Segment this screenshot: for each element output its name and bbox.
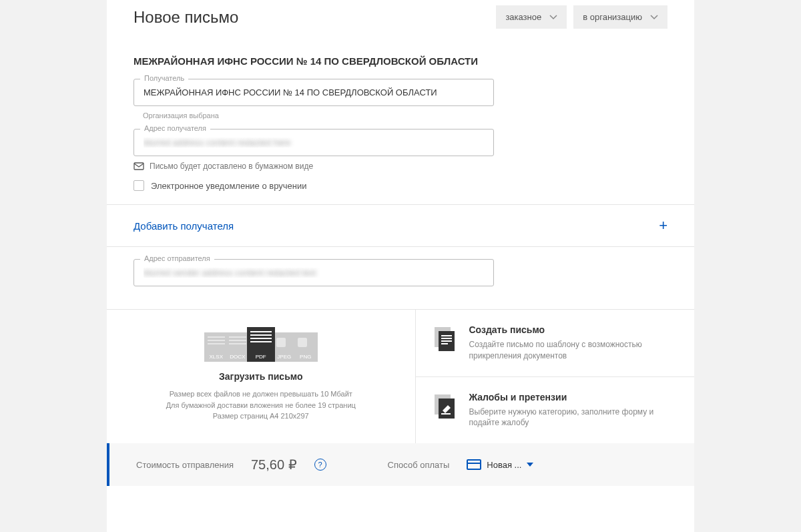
delivery-info-text: Письмо будет доставлено в бумажном виде [150, 162, 313, 171]
recipient-heading: МЕЖРАЙОННАЯ ИФНС РОССИИ № 14 ПО СВЕРДЛОВ… [134, 55, 668, 67]
upload-letter-card[interactable]: XLSX DOCX PDF JPEG PNG Загрузить письмо … [107, 310, 416, 443]
page-title: Новое письмо [134, 8, 238, 27]
gavel-icon [431, 392, 459, 420]
letter-type-dropdown[interactable]: заказное [496, 5, 567, 29]
create-letter-card[interactable]: Создать письмо Создайте письмо по шаблон… [416, 310, 695, 377]
letter-type-label: заказное [505, 12, 541, 22]
upload-title: Загрузить письмо [121, 371, 400, 382]
complaints-title: Жалобы и претензии [469, 392, 680, 403]
file-formats-icon: XLSX DOCX PDF JPEG PNG [121, 327, 400, 362]
recipient-address-input[interactable] [134, 129, 494, 156]
document-icon [431, 324, 459, 352]
recipient-address-label: Адрес получателя [140, 124, 210, 132]
complaints-desc: Выберите нужную категорию, заполните фор… [469, 407, 680, 429]
recipient-field-label: Получатель [140, 74, 188, 82]
cost-value: 75,60 ₽ [251, 457, 297, 473]
electronic-notice-label: Электронное уведомление о вручении [151, 181, 307, 191]
svg-rect-6 [441, 343, 448, 344]
payment-method-dropdown[interactable]: Новая ... [467, 459, 533, 470]
sender-address-label: Адрес отправителя [140, 254, 214, 262]
svg-rect-4 [441, 338, 452, 339]
recipient-input[interactable] [134, 79, 494, 106]
complaints-card[interactable]: Жалобы и претензии Выберите нужную катег… [416, 377, 695, 444]
envelope-icon [134, 162, 144, 171]
chevron-down-icon [549, 15, 557, 20]
upload-description: Размер всех файлов не должен превышать 1… [121, 388, 400, 422]
payment-method-value: Новая ... [487, 460, 521, 470]
svg-rect-9 [441, 413, 451, 415]
card-icon [467, 459, 481, 470]
chevron-down-icon [650, 15, 658, 20]
add-recipient-link[interactable]: Добавить получателя [134, 220, 234, 232]
sender-address-input[interactable] [134, 259, 494, 286]
electronic-notice-checkbox[interactable] [134, 180, 144, 191]
recipient-hint: Организация выбрана [143, 111, 668, 119]
svg-rect-0 [134, 163, 144, 170]
destination-dropdown[interactable]: в организацию [573, 5, 668, 29]
triangle-down-icon [527, 463, 533, 467]
create-letter-title: Создать письмо [469, 324, 680, 335]
help-icon[interactable]: ? [314, 459, 326, 471]
create-letter-desc: Создайте письмо по шаблону с возможность… [469, 339, 680, 362]
destination-label: в организацию [583, 12, 642, 22]
svg-rect-5 [441, 340, 452, 342]
cost-label: Стоимость отправления [136, 460, 234, 470]
add-recipient-plus-icon[interactable]: + [659, 217, 668, 234]
svg-rect-3 [441, 335, 452, 336]
payment-method-label: Способ оплаты [388, 460, 450, 470]
